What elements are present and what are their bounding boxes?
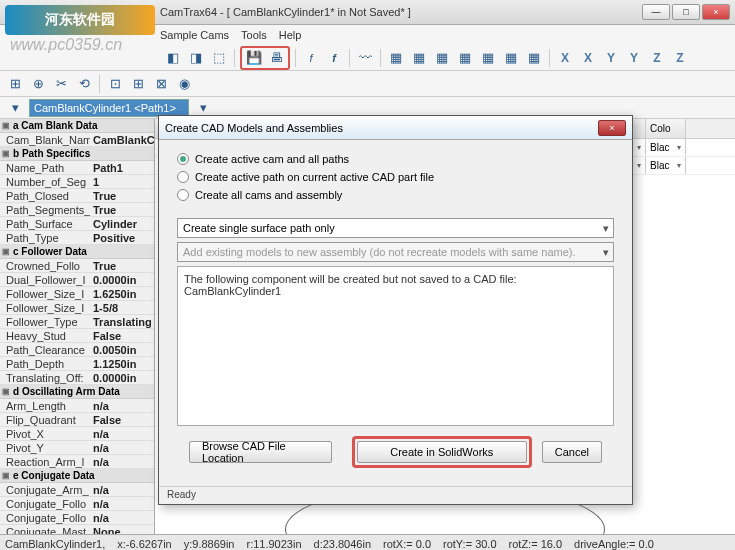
info-box: The following component will be created … — [177, 266, 614, 426]
prop-row[interactable]: Arm_Lengthn/a — [0, 399, 154, 413]
radio-active-cam[interactable]: Create active cam and all paths — [177, 152, 614, 166]
prop-row[interactable]: Heavy_StudFalse — [0, 329, 154, 343]
radio-all-cams[interactable]: Create all cams and assembly — [177, 188, 614, 202]
column-header[interactable]: Colo — [646, 119, 686, 138]
create-in-solidworks-button[interactable]: Create in SolidWorks — [357, 441, 527, 463]
prop-row[interactable]: Path_Segments_True — [0, 203, 154, 217]
prop-row[interactable]: Name_PathPath1 — [0, 161, 154, 175]
menu-help[interactable]: Help — [279, 29, 302, 41]
status-bar: CamBlankCylinder1, x:-6.6267in y:9.8869i… — [0, 534, 735, 550]
status-x: x:-6.6267in — [117, 538, 171, 550]
prop-row[interactable]: Pivot_Xn/a — [0, 427, 154, 441]
tool-icon[interactable]: ⊠ — [151, 74, 171, 94]
tool-icon[interactable]: ⊡ — [105, 74, 125, 94]
close-button[interactable]: × — [702, 4, 730, 20]
prop-row[interactable]: Conjugate_MastNone — [0, 525, 154, 534]
prop-row[interactable]: Conjugate_Follon/a — [0, 497, 154, 511]
prop-row[interactable]: Path_Clearance0.0050in — [0, 343, 154, 357]
status-rotz: rotZ:= 16.0 — [509, 538, 563, 550]
axis-z[interactable]: Z — [647, 48, 667, 68]
browse-button[interactable]: Browse CAD File Location — [189, 441, 332, 463]
tool-icon[interactable]: ⬚ — [209, 48, 229, 68]
tool-icon[interactable]: ✂ — [51, 74, 71, 94]
minimize-button[interactable]: — — [642, 4, 670, 20]
prop-row[interactable]: Reaction_Arm_ln/a — [0, 455, 154, 469]
table-cell[interactable]: Blac — [646, 157, 686, 174]
status-name: CamBlankCylinder1, — [5, 538, 105, 550]
tool-icon[interactable]: f — [324, 48, 344, 68]
prop-name: Crowned_Follo — [0, 260, 90, 272]
cancel-button[interactable]: Cancel — [542, 441, 602, 463]
prop-row[interactable]: Pivot_Yn/a — [0, 441, 154, 455]
prop-row[interactable]: Conjugate_Arm_n/a — [0, 483, 154, 497]
prop-row[interactable]: Path_Depth1.1250in — [0, 357, 154, 371]
cube-icon[interactable]: ▦ — [409, 48, 429, 68]
cube-icon[interactable]: ▦ — [478, 48, 498, 68]
tool-icon[interactable]: ◉ — [174, 74, 194, 94]
prop-section[interactable]: e Conjugate Data — [0, 469, 154, 483]
prop-row[interactable]: Follower_Size_I1.6250in — [0, 287, 154, 301]
info-line: The following component will be created … — [184, 273, 607, 285]
maximize-button[interactable]: □ — [672, 4, 700, 20]
menu-sample-cams[interactable]: Sample Cams — [160, 29, 229, 41]
menu-tools[interactable]: Tools — [241, 29, 267, 41]
dropdown-icon[interactable]: ▾ — [5, 98, 25, 118]
prop-row[interactable]: Path_ClosedTrue — [0, 189, 154, 203]
prop-row[interactable]: Dual_Follower_I0.0000in — [0, 273, 154, 287]
tool-icon[interactable]: ⟲ — [74, 74, 94, 94]
prop-section[interactable]: a Cam Blank Data — [0, 119, 154, 133]
prop-name: Heavy_Stud — [0, 330, 90, 342]
cube-icon[interactable]: ▦ — [432, 48, 452, 68]
prop-name: Flip_Quadrant — [0, 414, 90, 426]
prop-row[interactable]: Path_SurfaceCylinder — [0, 217, 154, 231]
prop-section[interactable]: d Oscillating Arm Data — [0, 385, 154, 399]
axis-y2[interactable]: Y — [624, 48, 644, 68]
prop-value: False — [90, 330, 154, 342]
prop-row[interactable]: Crowned_FolloTrue — [0, 259, 154, 273]
prop-value: Translating — [90, 316, 154, 328]
tool-icon[interactable]: ⊞ — [5, 74, 25, 94]
prop-row[interactable]: Conjugate_Follon/a — [0, 511, 154, 525]
prop-value: 0.0000in — [90, 274, 154, 286]
radio-icon — [177, 189, 189, 201]
prop-row[interactable]: Path_TypePositive — [0, 231, 154, 245]
table-cell[interactable]: Blac — [646, 139, 686, 156]
cube-icon[interactable]: ▦ — [501, 48, 521, 68]
prop-name: Follower_Size_I — [0, 288, 90, 300]
cube-icon[interactable]: ▦ — [455, 48, 475, 68]
tool-icon[interactable]: ⊕ — [28, 74, 48, 94]
dialog-close-button[interactable]: × — [598, 120, 626, 136]
radio-active-path[interactable]: Create active path on current active CAD… — [177, 170, 614, 184]
prop-row[interactable]: Translating_Off:0.0000in — [0, 371, 154, 385]
axis-x[interactable]: X — [555, 48, 575, 68]
axis-z2[interactable]: Z — [670, 48, 690, 68]
prop-name: Path_Closed — [0, 190, 90, 202]
prop-section[interactable]: c Follower Data — [0, 245, 154, 259]
axis-y[interactable]: Y — [601, 48, 621, 68]
prop-row[interactable]: Follower_TypeTranslating — [0, 315, 154, 329]
surface-path-combo[interactable]: Create single surface path only — [177, 218, 614, 238]
cube-icon[interactable]: ▦ — [524, 48, 544, 68]
prop-row[interactable]: Follower_Size_I1-5/8 — [0, 301, 154, 315]
path-combo[interactable]: CamBlankCylinder1 <Path1> — [29, 99, 189, 117]
prop-row[interactable]: Cam_Blank_NamCamBlankCylinder1 — [0, 133, 154, 147]
property-panel: a Cam Blank DataCam_Blank_NamCamBlankCyl… — [0, 119, 155, 534]
tool-icon[interactable]: ◧ — [163, 48, 183, 68]
status-d: d:23.8046in — [314, 538, 372, 550]
tool-icon[interactable]: ⊞ — [128, 74, 148, 94]
prop-row[interactable]: Flip_QuadrantFalse — [0, 413, 154, 427]
tool-curve-icon[interactable]: 〰 — [355, 48, 375, 68]
axis-x2[interactable]: X — [578, 48, 598, 68]
tool-print-icon[interactable]: 🖶 — [266, 48, 286, 68]
prop-section[interactable]: b Path Specifics — [0, 147, 154, 161]
cube-icon[interactable]: ▦ — [386, 48, 406, 68]
tool-icon[interactable]: ◨ — [186, 48, 206, 68]
toolbar-secondary: ⊞ ⊕ ✂ ⟲ ⊡ ⊞ ⊠ ◉ — [0, 71, 735, 97]
prop-value: None — [90, 526, 154, 535]
tool-save-icon[interactable]: 💾 — [244, 48, 264, 68]
tool-icon[interactable]: f — [301, 48, 321, 68]
prop-value: n/a — [90, 456, 154, 468]
prop-row[interactable]: Number_of_Seg1 — [0, 175, 154, 189]
prop-name: Conjugate_Follo — [0, 512, 90, 524]
info-component: CamBlankCylinder1 — [184, 285, 607, 297]
